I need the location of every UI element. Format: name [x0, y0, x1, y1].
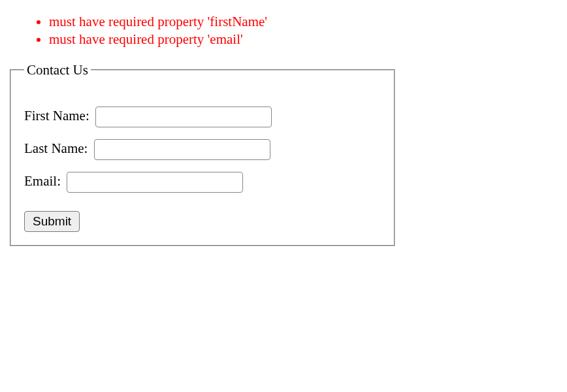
- error-item: must have required property 'email': [49, 31, 557, 48]
- last-name-label: Last Name:: [24, 140, 88, 156]
- last-name-input[interactable]: [94, 139, 270, 160]
- error-item: must have required property 'firstName': [49, 13, 557, 31]
- email-row: Email:: [24, 172, 381, 193]
- last-name-row: Last Name:: [24, 139, 381, 160]
- email-label: Email:: [24, 173, 61, 189]
- form-legend: Contact Us: [24, 62, 91, 78]
- submit-button[interactable]: Submit: [24, 211, 80, 232]
- email-input[interactable]: [67, 172, 243, 193]
- contact-form-fieldset: Contact Us First Name: Last Name: Email:…: [10, 62, 395, 246]
- first-name-input[interactable]: [95, 106, 272, 127]
- error-list: must have required property 'firstName' …: [10, 13, 557, 49]
- first-name-label: First Name:: [24, 108, 89, 123]
- first-name-row: First Name:: [24, 106, 381, 127]
